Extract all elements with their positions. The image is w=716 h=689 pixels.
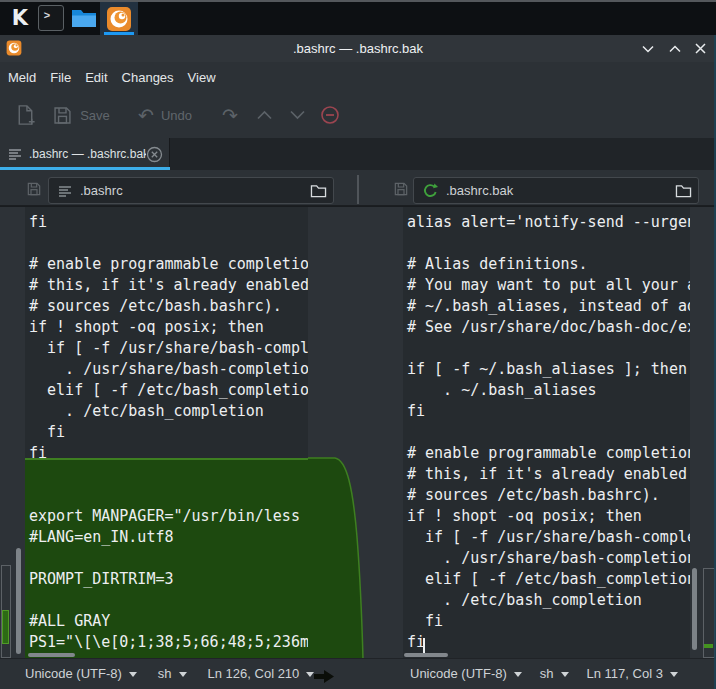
chevron-down-icon: [514, 672, 522, 677]
right-cursor-position-dropdown[interactable]: Ln 117, Col 3: [587, 666, 678, 681]
code-line: PS1="\[\e[0;1;38;5;66;48;5;236m: [29, 632, 308, 653]
left-encoding-dropdown[interactable]: Unicode (UTF-8): [25, 666, 137, 681]
chevron-down-icon: [670, 672, 678, 677]
menu-meld[interactable]: Meld: [1, 67, 43, 88]
menu-view[interactable]: View: [181, 67, 223, 88]
right-file-combo[interactable]: .bashrc.bak: [413, 177, 699, 204]
code-line: # enable programmable completion: [29, 254, 308, 275]
code-line: fi: [29, 212, 308, 233]
left-vertical-scrollbar[interactable]: [16, 548, 21, 654]
code-line: #ALL GRAY: [29, 611, 308, 632]
chevron-down-icon: [129, 672, 137, 677]
code-line: . /usr/share/bash-completion: [407, 548, 690, 569]
text-file-icon: [58, 184, 72, 198]
right-diffmap-change-mark: [704, 644, 713, 648]
left-language-dropdown[interactable]: sh: [158, 666, 187, 681]
desktop-taskbar: K >: [0, 0, 716, 35]
right-statusbar: Unicode (UTF-8) sh Ln 117, Col 3: [410, 658, 678, 689]
backup-file-icon: [423, 183, 438, 198]
save-label: Save: [80, 108, 110, 123]
chevron-up-icon: [256, 109, 273, 121]
meld-taskbar-cell[interactable]: [100, 2, 138, 35]
left-open-file-button[interactable]: [305, 179, 331, 202]
left-horizontal-scrollbar[interactable]: [28, 653, 75, 657]
code-line: [29, 548, 308, 569]
code-line: alias alert='notify-send --urgen: [407, 212, 690, 233]
konsole-icon[interactable]: >: [38, 5, 64, 31]
undo-button[interactable]: ↶ Undo: [127, 101, 203, 129]
tab-label: .bashrc — .bashrc.bak: [29, 147, 146, 161]
kde-launcher-icon[interactable]: K: [6, 4, 34, 32]
left-diff-map[interactable]: [0, 207, 13, 659]
previous-change-button[interactable]: [249, 101, 279, 129]
right-file-name: .bashrc.bak: [446, 183, 670, 198]
folder-icon: [675, 183, 692, 198]
window-title: .bashrc — .bashrc.bak: [0, 35, 716, 62]
left-file-name: .bashrc: [80, 183, 305, 198]
code-line: PROMPT_DIRTRIM=3: [29, 569, 308, 590]
left-file-combo[interactable]: .bashrc: [48, 177, 334, 204]
code-line: [29, 464, 308, 485]
code-line: # You may want to put all your a: [407, 275, 690, 296]
code-line: # ~/.bash_aliases, instead of ad: [407, 296, 690, 317]
left-statusbar: Unicode (UTF-8) sh Ln 126, Col 210: [25, 658, 314, 689]
close-icon[interactable]: [693, 42, 707, 55]
undo-icon: ↶: [138, 106, 154, 125]
code-line: . /etc/bash_completion: [29, 401, 308, 422]
next-change-button[interactable]: [282, 101, 312, 129]
right-save-state-icon: [393, 181, 409, 197]
right-open-file-button[interactable]: [670, 179, 696, 202]
code-line: fi: [29, 443, 308, 464]
menu-edit[interactable]: Edit: [78, 67, 114, 88]
meld-app-icon: [106, 6, 132, 32]
menu-changes[interactable]: Changes: [115, 67, 181, 88]
code-line: # sources /etc/bash.bashrc).: [29, 296, 308, 317]
folder-icon: [310, 183, 327, 198]
left-diffmap-change-mark: [2, 610, 9, 644]
code-line: # sources /etc/bash.bashrc).: [407, 485, 690, 506]
right-horizontal-scrollbar[interactable]: [404, 653, 448, 657]
code-line: if [ -f /usr/share/bash-comple: [29, 338, 308, 359]
code-line: if ! shopt -oq posix; then: [29, 317, 308, 338]
minimize-icon[interactable]: [641, 42, 655, 55]
code-line: elif [ -f /etc/bash_completion: [407, 569, 690, 590]
maximize-icon[interactable]: [668, 42, 682, 55]
code-line: [29, 485, 308, 506]
menubar: Meld File Edit Changes View: [0, 62, 716, 92]
diff-document-icon: [8, 147, 22, 161]
right-encoding-dropdown[interactable]: Unicode (UTF-8): [410, 666, 522, 681]
left-editor-pane[interactable]: fi # enable programmable completion# thi…: [25, 207, 308, 659]
left-save-state-icon: [26, 181, 42, 197]
code-line: # Alias definitions.: [407, 254, 690, 275]
code-line: fi: [29, 422, 308, 443]
right-language-dropdown[interactable]: sh: [540, 666, 569, 681]
tab-bashrc-comparison[interactable]: .bashrc — .bashrc.bak: [0, 138, 170, 170]
undo-label: Undo: [161, 108, 192, 123]
chevron-down-icon: [289, 109, 306, 121]
code-line: [29, 590, 308, 611]
tab-close-icon[interactable]: [146, 146, 163, 163]
no-entry-icon: [320, 105, 340, 125]
code-line: [29, 233, 308, 254]
code-line: fi: [407, 632, 690, 653]
menu-file[interactable]: File: [43, 67, 78, 88]
code-line: . /usr/share/bash-completion: [29, 359, 308, 380]
diff-panes: fi # enable programmable completion# thi…: [0, 206, 716, 659]
code-line: # enable programmable completion: [407, 443, 690, 464]
new-comparison-button[interactable]: [10, 101, 40, 129]
code-line: . ~/.bash_aliases: [407, 380, 690, 401]
code-line: [407, 422, 690, 443]
redo-button[interactable]: ↷: [215, 101, 245, 129]
right-vertical-scrollbar[interactable]: [692, 568, 697, 650]
link-map-gutter: [308, 207, 403, 659]
left-code: fi # enable programmable completion# thi…: [29, 212, 308, 653]
code-line: fi: [407, 401, 690, 422]
save-button[interactable]: Save: [45, 101, 117, 129]
right-editor-pane[interactable]: alias alert='notify-send --urgen # Alias…: [403, 207, 690, 659]
dolphin-folder-icon[interactable]: [70, 4, 98, 32]
code-line: export MANPAGER="/usr/bin/less -: [29, 506, 308, 527]
filter-button[interactable]: [315, 101, 345, 129]
left-cursor-position-dropdown[interactable]: Ln 126, Col 210: [208, 666, 315, 681]
code-line: if [ -f ~/.bash_aliases ]; then: [407, 359, 690, 380]
code-line: [407, 233, 690, 254]
